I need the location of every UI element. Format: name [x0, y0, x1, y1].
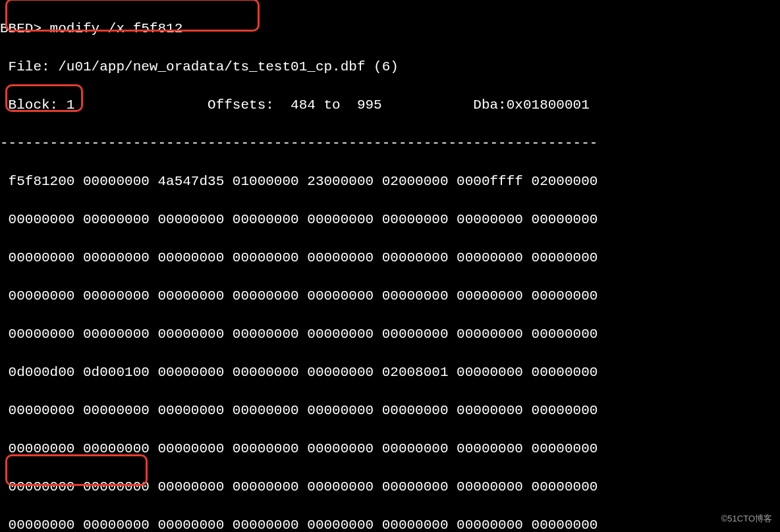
- hex-row: 00000000 00000000 00000000 00000000 0000…: [0, 286, 780, 306]
- hex-row: 0d000d00 0d000100 00000000 00000000 0000…: [0, 363, 780, 382]
- watermark: ©51CTO博客: [721, 509, 772, 528]
- hex-row: f5f81200 00000000 4a547d35 01000000 2300…: [0, 172, 780, 191]
- file-info: File: /u01/app/new_oradata/ts_test01_cp.…: [0, 57, 780, 76]
- divider: ----------------------------------------…: [0, 134, 780, 153]
- hex-row: 00000000 00000000 00000000 00000000 0000…: [0, 477, 780, 496]
- hex-row: 00000000 00000000 00000000 00000000 0000…: [0, 401, 780, 420]
- hex-row: 00000000 00000000 00000000 00000000 0000…: [0, 439, 780, 458]
- block-info: Block: 1 Offsets: 484 to 995 Dba:0x01800…: [0, 95, 780, 115]
- terminal-output[interactable]: BBED> modify /x f5f812 File: /u01/app/ne…: [0, 0, 780, 532]
- cmd-modify: BBED> modify /x f5f812: [0, 19, 780, 38]
- hex-row: 00000000 00000000 00000000 00000000 0000…: [0, 325, 780, 344]
- hex-row: 00000000 00000000 00000000 00000000 0000…: [0, 248, 780, 267]
- hex-row: 00000000 00000000 00000000 00000000 0000…: [0, 210, 780, 229]
- hex-row: 00000000 00000000 00000000 00000000 0000…: [0, 516, 780, 532]
